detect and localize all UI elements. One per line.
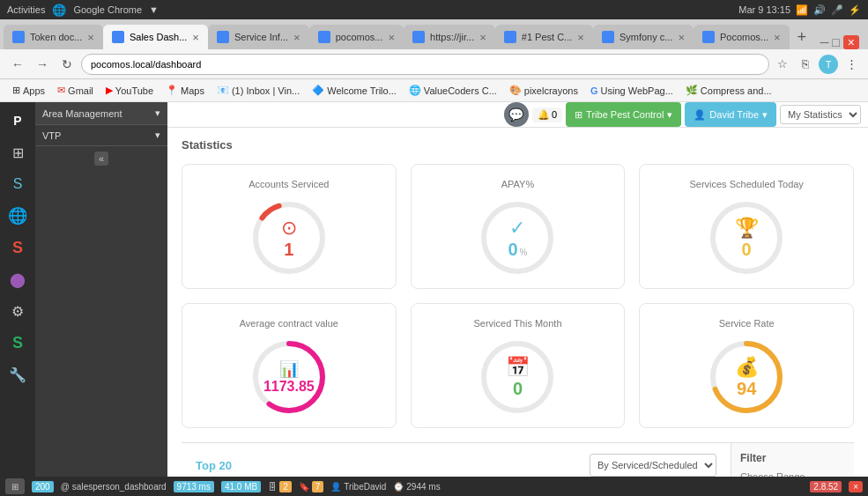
contract-number: 1173.85 xyxy=(263,379,315,395)
sidebar-icon-s3[interactable]: S xyxy=(3,328,33,358)
david-tribe-button[interactable]: 👤 David Tribe ▾ xyxy=(685,102,776,127)
bookmark-compress[interactable]: 🌿 Compress and... xyxy=(680,83,777,98)
url-bar: ← → ↻ ☆ ⎘ T ⋮ xyxy=(0,49,868,79)
tab-title-token: Token doc... xyxy=(30,32,82,42)
bookmark-star-icon[interactable]: ☆ xyxy=(773,55,792,74)
sidebar-icon-gear[interactable]: ⚙ xyxy=(3,296,33,326)
tribe-pest-button[interactable]: ⊞ Tribe Pest Control ▾ xyxy=(566,102,681,127)
gauge-accounts: ⊙ 1 xyxy=(249,198,329,278)
status-username-item: 👤 TribeDavid xyxy=(330,482,386,492)
tab-pest[interactable]: #1 Pest C... × xyxy=(495,25,593,49)
bookmark-maps[interactable]: 📍 Maps xyxy=(160,83,210,98)
tab-pocomos[interactable]: pocomos... × xyxy=(309,25,404,49)
menu-button[interactable]: ⋮ xyxy=(842,55,861,74)
close-window-button[interactable]: × xyxy=(843,35,859,49)
tab-title-service: Service Inf... xyxy=(234,32,288,42)
bookmark-inbox[interactable]: 📧 (1) Inbox | Vin... xyxy=(211,83,305,98)
bookmark-webpages[interactable]: G Using WebPag... xyxy=(585,84,679,98)
notif-count: 0 xyxy=(552,109,557,120)
status-count-num: 7 xyxy=(312,481,324,492)
browser-name[interactable]: Google Chrome xyxy=(73,4,142,15)
scheduled-icon: 🏆 xyxy=(735,217,759,240)
contract-icon: 📊 xyxy=(279,359,299,379)
bookmark-inbox-label: (1) Inbox | Vin... xyxy=(232,85,300,96)
sound-icon[interactable]: 🔊 xyxy=(813,4,826,16)
power-icon[interactable]: ⚡ xyxy=(849,4,861,16)
tribe-chevron-icon: ▾ xyxy=(667,109,672,121)
tab-close-symfony[interactable]: × xyxy=(678,31,685,44)
notification-area[interactable]: 🔔 0 xyxy=(532,107,562,122)
sidebar-icon-logo[interactable]: P xyxy=(3,106,33,136)
gauge-value-service-rate: 💰 94 xyxy=(735,356,759,399)
forward-button[interactable]: → xyxy=(32,54,53,75)
new-tab-button[interactable]: + xyxy=(790,25,814,49)
bookmark-youtube[interactable]: ▶ YouTube xyxy=(100,83,159,98)
tab-pocomos2[interactable]: Pocomos... × xyxy=(694,25,790,49)
status-bar: ⊞ 200 @ salesperson_dashboard 9713 ms 41… xyxy=(0,477,868,496)
tab-sales[interactable]: Sales Dash... × xyxy=(103,25,208,49)
at-icon: @ xyxy=(61,482,70,492)
sidebar-icon-chrome[interactable]: 🌐 xyxy=(3,201,33,231)
activities-label[interactable]: Activities xyxy=(7,4,45,15)
apay-unit: % xyxy=(520,248,528,257)
minimize-button[interactable]: ─ xyxy=(820,35,828,49)
tab-close-token[interactable]: × xyxy=(87,31,94,44)
tab-service[interactable]: Service Inf... × xyxy=(208,25,309,49)
tab-jira[interactable]: https://jir... × xyxy=(404,25,495,49)
tab-token[interactable]: Token doc... × xyxy=(4,25,103,49)
status-time2-item: ⌚ 2944 ms xyxy=(393,482,440,492)
inbox-icon: 📧 xyxy=(217,85,229,96)
cast-icon[interactable]: ⎘ xyxy=(796,55,815,74)
app-container: P ⊞ S 🌐 S ⬤ ⚙ S 🔧 Area Management ▾ VTP … xyxy=(0,102,868,496)
tribe-pest-label: Tribe Pest Control xyxy=(586,109,664,120)
main-content: 💬 🔔 0 ⊞ Tribe Pest Control ▾ 👤 David Tri… xyxy=(167,102,868,496)
bookmarks-bar: ⊞ Apps ✉ Gmail ▶ YouTube 📍 Maps 📧 (1) In… xyxy=(0,79,868,102)
tab-close-pest[interactable]: × xyxy=(577,31,584,44)
tab-close-service[interactable]: × xyxy=(293,31,300,44)
mic-icon[interactable]: 🎤 xyxy=(831,4,843,16)
sidebar-icon-s1[interactable]: S xyxy=(3,169,33,199)
status-time1-badge: 9713 ms xyxy=(174,481,214,492)
maximize-button[interactable]: □ xyxy=(832,35,839,49)
nav-collapse-button[interactable]: « xyxy=(94,152,108,166)
back-button[interactable]: ← xyxy=(7,54,28,75)
tab-close-sales[interactable]: × xyxy=(192,31,199,44)
bookmark-pixelcrayons[interactable]: 🎨 pixelcrayons xyxy=(504,83,583,98)
apps-grid-button[interactable]: ⊞ xyxy=(5,478,25,494)
gauge-serviced-month: 📅 0 xyxy=(478,337,557,417)
gauge-contract: 📊 1173.85 xyxy=(249,337,329,417)
tab-close-jira[interactable]: × xyxy=(479,31,486,44)
tab-favicon-pest xyxy=(504,31,516,43)
vtp-header[interactable]: VTP ▾ xyxy=(35,125,167,146)
bookmark-gmail[interactable]: ✉ Gmail xyxy=(52,83,99,98)
browser-chevron[interactable]: ▼ xyxy=(149,4,159,15)
accounts-icon: ⊙ xyxy=(281,217,297,240)
google-icon: G xyxy=(590,85,598,96)
bookmark-valuecoders[interactable]: 🌐 ValueCoders C... xyxy=(404,83,502,98)
serviced-month-number: 0 xyxy=(513,379,523,399)
tab-symfony[interactable]: Symfony c... × xyxy=(593,25,694,49)
url-input[interactable] xyxy=(81,54,769,75)
stat-card-service-rate: Service Rate 💰 94 xyxy=(639,303,854,428)
stat-label-contract: Average contract value xyxy=(240,318,338,329)
reload-button[interactable]: ↻ xyxy=(56,54,78,75)
tab-close-pocomos[interactable]: × xyxy=(388,31,395,44)
my-statistics-select[interactable]: My Statistics xyxy=(780,105,861,124)
area-management-header[interactable]: Area Management ▾ xyxy=(35,102,167,125)
sidebar-icon-bracket[interactable]: 🔧 xyxy=(3,359,33,389)
bookmark-apps[interactable]: ⊞ Apps xyxy=(7,83,50,98)
chat-button[interactable]: 💬 xyxy=(504,102,529,127)
close-status-button[interactable]: × xyxy=(849,481,863,492)
sidebar-icon-grid[interactable]: ⊞ xyxy=(3,137,33,167)
sidebar-icon-dot[interactable]: ⬤ xyxy=(3,264,33,294)
bookmark-trilo[interactable]: 🔷 Welcome Trilo... xyxy=(307,83,402,98)
sidebar-icon-s2[interactable]: S xyxy=(3,233,33,263)
status-mem-badge: 41.0 MB xyxy=(221,481,261,492)
youtube-icon: ▶ xyxy=(106,85,113,96)
user-icon: 👤 xyxy=(694,109,706,121)
tab-close-pocomos2[interactable]: × xyxy=(774,31,781,44)
top20-select[interactable]: By Serviced/Scheduled By Serviced By Sch… xyxy=(590,454,716,477)
tab-title-pocomos2: Pocomos... xyxy=(720,32,768,42)
profile-icon[interactable]: T xyxy=(819,55,838,74)
serviced-month-icon: 📅 xyxy=(506,356,530,379)
